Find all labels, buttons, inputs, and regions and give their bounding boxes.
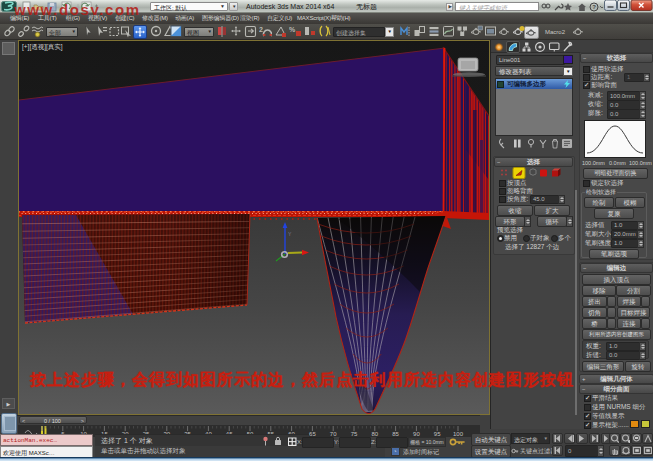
svg-text:100: 100 — [453, 431, 464, 437]
svg-text:80: 80 — [371, 431, 378, 437]
svg-text:65: 65 — [309, 431, 316, 437]
svg-text:85: 85 — [392, 431, 399, 437]
svg-text:?: ? — [592, 4, 596, 10]
svg-text:[+][透视][真实]: [+][透视][真实] — [22, 43, 63, 51]
svg-text:70: 70 — [330, 431, 337, 437]
svg-text:%: % — [289, 26, 296, 33]
svg-text:2: 2 — [259, 26, 263, 33]
svg-text:75: 75 — [351, 431, 358, 437]
